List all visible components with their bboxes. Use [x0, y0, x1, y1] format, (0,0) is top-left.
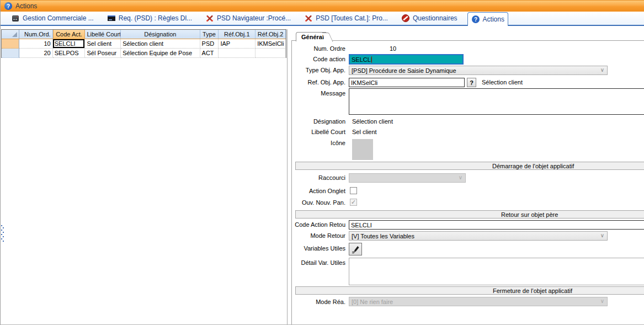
ouv-nouv-pan-checkbox-checked: ✓ [350, 199, 357, 206]
question-icon: ? [470, 79, 473, 86]
code-action-retour-field-wrap [349, 220, 644, 230]
window-title: Actions [15, 2, 37, 10]
red-tools-icon [304, 14, 313, 23]
help-icon: ? [4, 2, 12, 10]
type-obj-app-label: Type Obj. App. [285, 67, 345, 73]
libelle-court-label: Libellé Court [285, 129, 345, 135]
detail-var-utiles-textarea[interactable] [349, 258, 644, 285]
cell-num-ord[interactable]: 10 [19, 39, 53, 49]
variables-utiles-label: Variables Utiles [285, 245, 345, 252]
icone-label: Icône [285, 140, 345, 146]
action-onglet-label: Action Onglet [285, 188, 345, 194]
tab-label: Req. (PSD) : Règles Dl... [119, 14, 192, 22]
tab-general[interactable]: Général [296, 32, 326, 41]
tab-questionnaires[interactable]: Questionnaires [398, 12, 461, 25]
section-title: Retour sur objet père [501, 211, 558, 218]
tab-label: PSD [Toutes Cat.]: Pro... [316, 14, 388, 22]
help-icon: ? [471, 15, 480, 24]
chevron-down-icon: ∨ [459, 174, 462, 180]
lookup-help-button[interactable]: ? [467, 78, 476, 87]
type-obj-app-select[interactable]: [PSD] Procédure de Saisie Dynamique ∨ [349, 66, 608, 75]
grid-header-row: Num.Ord. Code Act. Libellé Court Désigna… [2, 30, 286, 39]
cell-libelle-court[interactable]: Sel client [85, 39, 121, 49]
table-row[interactable]: 20 SELPOS Sél Poseur Sélection Equipe de… [2, 49, 286, 58]
ref-obj-app-description: Sélection client [482, 79, 523, 86]
ouv-nouv-pan-label: Ouv. Nouv. Pan. [285, 199, 345, 206]
mode-rea-select-disabled: [0] Ne rien faire ∨ [349, 297, 608, 306]
splitter-grip[interactable] [1, 225, 4, 243]
application-window: ? Actions Gestion Commerciale ... Req. (… [0, 0, 644, 325]
icone-placeholder[interactable] [352, 139, 373, 160]
tab-gestion-commerciale[interactable]: Gestion Commerciale ... [8, 12, 97, 25]
cell-code-act[interactable]: SELPOS [53, 49, 86, 58]
column-header-designation[interactable]: Désignation [121, 30, 200, 39]
message-textarea[interactable] [349, 88, 644, 115]
chevron-down-icon: ∨ [600, 298, 604, 304]
ref-obj-app-input[interactable] [349, 78, 464, 87]
cell-ref-obj-2[interactable]: IKMSelCli [256, 39, 286, 49]
code-action-retour-input[interactable] [349, 221, 644, 229]
cell-ref-obj-2[interactable] [256, 49, 286, 58]
code-action-input[interactable] [350, 56, 462, 63]
cell-type[interactable]: ACT [200, 49, 219, 58]
red-tools-icon [205, 14, 214, 23]
raccourci-select-disabled: ∨ [349, 173, 466, 183]
tab-label: Questionnaires [413, 14, 457, 22]
section-fermeture-bar: Fermeture de l'objet applicatif [295, 286, 644, 295]
designation-value: Sélection client [352, 118, 393, 125]
cell-designation[interactable]: Sélection client [121, 39, 200, 49]
section-title: Démarrage de l'objet applicatif [492, 163, 574, 169]
column-header-libelle-court[interactable]: Libellé Court [85, 30, 121, 39]
num-ordre-label: Num. Ordre [285, 45, 345, 52]
chevron-down-icon: ∨ [600, 232, 604, 238]
cell-designation[interactable]: Sélection Equipe de Pose [121, 49, 200, 58]
table-row[interactable]: 10 SELCLI Sel client Sélection client PS… [2, 39, 286, 49]
num-ordre-value: 10 [390, 45, 396, 52]
cash-register-icon [11, 14, 20, 23]
row-selector[interactable] [2, 49, 19, 58]
tab-label: PSD Navigateur :Procé... [217, 14, 291, 22]
cell-code-act-focused[interactable]: SELCLI [53, 39, 86, 49]
tab-label: Gestion Commerciale ... [23, 14, 94, 22]
raccourci-label: Raccourci [285, 174, 345, 181]
tab-actions-active[interactable]: ? Actions [467, 12, 508, 26]
column-header-num-ord[interactable]: Num.Ord. [19, 30, 53, 39]
tab-req-psd-regles[interactable]: Req. (PSD) : Règles Dl... [104, 12, 195, 25]
column-header-ref-obj-1[interactable]: Réf.Obj.1 [219, 30, 256, 39]
mode-rea-label: Mode Réa. [285, 299, 345, 305]
title-bar: ? Actions [1, 0, 644, 12]
detail-var-utiles-label: Détail Var. Utiles [285, 259, 345, 266]
cell-num-ord[interactable]: 20 [19, 49, 53, 58]
text-caret [371, 56, 372, 63]
code-action-field-wrap [349, 54, 464, 65]
console-window-icon [107, 14, 116, 23]
cell-ref-obj-1[interactable] [219, 49, 256, 58]
selected-value: [PSD] Procédure de Saisie Dynamique [352, 67, 456, 74]
mode-retour-select[interactable]: [V] Toutes les Variables ∨ [349, 231, 608, 241]
cell-libelle-court[interactable]: Sél Poseur [85, 49, 121, 58]
tab-label: Général [301, 34, 324, 40]
tab-psd-toutes-cat[interactable]: PSD [Toutes Cat.]: Pro... [301, 12, 391, 25]
libelle-court-value: Sel client [352, 129, 377, 135]
column-header-code-act[interactable]: Code Act. [53, 30, 86, 39]
section-title: Fermeture de l'objet applicatif [493, 287, 572, 294]
column-header-type[interactable]: Type [200, 30, 219, 39]
check-icon: ✓ [351, 199, 356, 205]
actions-grid: Num.Ord. Code Act. Libellé Court Désigna… [1, 29, 286, 58]
document-tab-bar: Gestion Commerciale ... Req. (PSD) : Règ… [1, 12, 644, 26]
tab-psd-navigateur[interactable]: PSD Navigateur :Procé... [202, 12, 294, 25]
select-all-triangle-icon [12, 32, 17, 37]
cell-ref-obj-1[interactable]: IAP [219, 39, 256, 49]
cell-type[interactable]: PSD [200, 39, 219, 49]
section-demarrage-bar: Démarrage de l'objet applicatif [295, 162, 644, 170]
mode-retour-label: Mode Retour [285, 232, 345, 239]
tab-label: Actions [483, 15, 504, 23]
code-action-label: Code action [285, 56, 345, 62]
grid-corner-cell[interactable] [2, 30, 19, 39]
selected-value: [0] Ne rien faire [352, 299, 393, 305]
designation-label: Désignation [285, 118, 345, 125]
variables-utiles-button[interactable] [349, 243, 362, 255]
row-selector[interactable] [2, 39, 19, 49]
column-header-ref-obj-2[interactable]: Réf.Obj.2 [256, 30, 286, 39]
action-onglet-checkbox[interactable] [350, 187, 357, 194]
